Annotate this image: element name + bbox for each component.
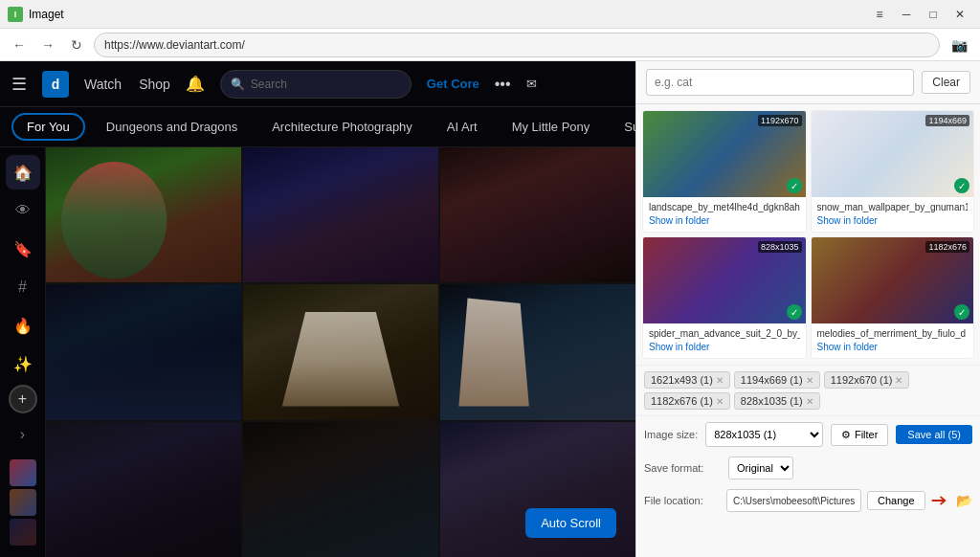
- auto-scroll-button[interactable]: Auto Scroll: [525, 508, 616, 538]
- close-button[interactable]: ✕: [947, 5, 972, 24]
- url-input[interactable]: [94, 33, 940, 57]
- thumb-4-name: melodies_of_merriment_by_fiulo_d ✏: [817, 327, 969, 340]
- remove-tag-4[interactable]: ✕: [806, 396, 813, 407]
- grid-cell-3[interactable]: [440, 147, 635, 282]
- controls-row: Image size: 828x1035 (1) ⚙ Filter Save a…: [636, 415, 980, 453]
- thumb-3-show-folder[interactable]: Show in folder: [649, 340, 800, 354]
- tab-superhero[interactable]: Superhero: [611, 115, 635, 139]
- sidebar-thumb-1[interactable]: [10, 459, 36, 486]
- thumb-2-dimensions: 1194x669: [925, 115, 969, 126]
- grid-cell-7[interactable]: [46, 422, 241, 557]
- thumb-1-check: ✓: [787, 178, 802, 193]
- app-icon: I: [8, 7, 23, 22]
- file-location-label: File location:: [644, 495, 721, 506]
- save-format-select[interactable]: Original: [728, 457, 793, 479]
- image-size-select[interactable]: 828x1035 (1): [705, 422, 823, 447]
- grid-cell-1[interactable]: [46, 147, 241, 282]
- title-bar: I Imaget ≡ ─ □ ✕: [0, 0, 980, 29]
- thumb-4-dimensions: 1182x676: [925, 241, 969, 253]
- main-content: ☰ d Watch Shop 🔔 🔍 Search Get Core ••• ✉…: [0, 61, 980, 557]
- panel-header: Clear: [636, 61, 980, 104]
- window-controls: ≡ ─ □ ✕: [867, 5, 972, 24]
- back-button[interactable]: ←: [8, 33, 31, 56]
- more-options[interactable]: •••: [495, 76, 511, 93]
- save-all-button[interactable]: Save all (5): [896, 425, 972, 444]
- size-tag-3[interactable]: 1182x676 (1) ✕: [644, 392, 730, 410]
- da-nav: ☰ d Watch Shop 🔔 🔍 Search Get Core ••• ✉: [0, 61, 635, 107]
- sidebar-eye[interactable]: 👁: [6, 193, 40, 228]
- grid-cell-6[interactable]: [440, 284, 635, 419]
- forward-button[interactable]: →: [36, 33, 59, 56]
- save-format-label: Save format:: [644, 462, 721, 474]
- sidebar-bookmark[interactable]: 🔖: [6, 232, 40, 266]
- remove-tag-0[interactable]: ✕: [716, 375, 724, 386]
- hamburger-menu-button[interactable]: ≡: [867, 5, 892, 24]
- thumbnails-grid: 1192x670 ✓ landscape_by_met4lhe4d_dgkn8a…: [636, 104, 980, 365]
- mail-icon[interactable]: ✉: [526, 77, 537, 91]
- thumb-1-show-folder[interactable]: Show in folder: [649, 213, 800, 228]
- filter-tabs: For You Dungeons and Dragons Architectur…: [0, 107, 635, 147]
- image-size-label: Image size:: [644, 429, 698, 440]
- size-tag-1[interactable]: 1194x669 (1) ✕: [734, 371, 820, 389]
- tab-my-little-pony[interactable]: My Little Pony: [499, 115, 604, 139]
- grid-cell-8[interactable]: [243, 422, 438, 557]
- remove-tag-1[interactable]: ✕: [806, 375, 813, 386]
- size-tag-2[interactable]: 1192x670 (1) ✕: [824, 371, 910, 389]
- remove-tag-2[interactable]: ✕: [895, 375, 902, 386]
- camera-icon[interactable]: 📷: [946, 32, 972, 58]
- thumbnail-4: 1182x676 ✓ melodies_of_merriment_by_fiul…: [811, 236, 975, 359]
- get-core-link[interactable]: Get Core: [427, 77, 479, 91]
- thumbnail-1: 1192x670 ✓ landscape_by_met4lhe4d_dgkn8a…: [642, 110, 807, 233]
- sidebar-fire[interactable]: 🔥: [6, 308, 40, 343]
- thumb-4-show-folder[interactable]: Show in folder: [817, 340, 969, 354]
- watch-link[interactable]: Watch: [84, 77, 122, 92]
- thumb-3-dimensions: 828x1035: [758, 241, 802, 253]
- file-location-row: File location: Change 📂: [636, 485, 980, 516]
- maximize-button[interactable]: □: [921, 5, 946, 24]
- sidebar-star[interactable]: ✨: [6, 346, 40, 381]
- grid-cell-5[interactable]: [243, 284, 438, 419]
- app-title: Imaget: [29, 8, 64, 21]
- filter-icon: ⚙: [841, 429, 851, 441]
- tab-ai-art[interactable]: AI Art: [434, 115, 491, 139]
- sidebar-thumb-3[interactable]: [10, 519, 36, 546]
- change-button[interactable]: Change: [867, 491, 925, 510]
- album-input[interactable]: [646, 69, 914, 96]
- address-bar: ← → ↻ 📷: [0, 29, 980, 61]
- save-format-row: Save format: Original: [636, 453, 980, 483]
- filter-button[interactable]: ⚙ Filter: [831, 424, 888, 446]
- sidebar-hashtag[interactable]: #: [6, 270, 40, 304]
- grid-cell-2[interactable]: [243, 147, 438, 282]
- search-container[interactable]: 🔍 Search: [220, 70, 412, 99]
- tab-for-you[interactable]: For You: [11, 113, 85, 141]
- folder-open-button[interactable]: 📂: [956, 489, 972, 512]
- thumb-2-show-folder[interactable]: Show in folder: [817, 213, 969, 228]
- size-tag-0[interactable]: 1621x493 (1) ✕: [644, 371, 730, 389]
- grid-cell-4[interactable]: [46, 284, 241, 419]
- arrow-icon: [931, 493, 950, 508]
- minimize-button[interactable]: ─: [894, 5, 919, 24]
- browser-area: ☰ d Watch Shop 🔔 🔍 Search Get Core ••• ✉…: [0, 61, 635, 557]
- shop-link[interactable]: Shop: [139, 77, 170, 92]
- sidebar-thumb-2[interactable]: [10, 489, 36, 516]
- thumbnail-2: 1194x669 ✓ snow_man_wallpaper_by_gnuman1…: [811, 110, 975, 233]
- sidebar-add-button[interactable]: +: [9, 385, 37, 413]
- clear-button[interactable]: Clear: [922, 71, 970, 94]
- tab-architecture[interactable]: Architecture Photography: [258, 115, 426, 139]
- size-tags: 1621x493 (1) ✕ 1194x669 (1) ✕ 1192x670 (…: [636, 365, 980, 415]
- thumb-1-name: landscape_by_met4lhe4d_dgkn8ah- ✏: [649, 201, 800, 213]
- thumbnail-3: 828x1035 ✓ spider_man_advance_suit_2_0_b…: [642, 236, 807, 359]
- size-tag-4[interactable]: 828x1035 (1) ✕: [734, 392, 820, 410]
- file-path-input[interactable]: [726, 489, 861, 512]
- tab-dungeons[interactable]: Dungeons and Dragons: [93, 115, 251, 139]
- nav-links: Watch Shop: [84, 77, 170, 92]
- sidebar-arrow[interactable]: ›: [6, 417, 40, 452]
- refresh-button[interactable]: ↻: [65, 33, 88, 56]
- hamburger-icon[interactable]: ☰: [11, 74, 27, 95]
- notification-icon[interactable]: 🔔: [186, 75, 205, 93]
- thumb-3-name: spider_man_advance_suit_2_0_by_d ✏: [649, 327, 800, 340]
- remove-tag-3[interactable]: ✕: [716, 396, 724, 407]
- da-sidebar: 🏠 👁 🔖 # 🔥 ✨ + ›: [0, 147, 46, 557]
- search-icon: 🔍: [231, 78, 245, 91]
- sidebar-home[interactable]: 🏠: [6, 155, 40, 189]
